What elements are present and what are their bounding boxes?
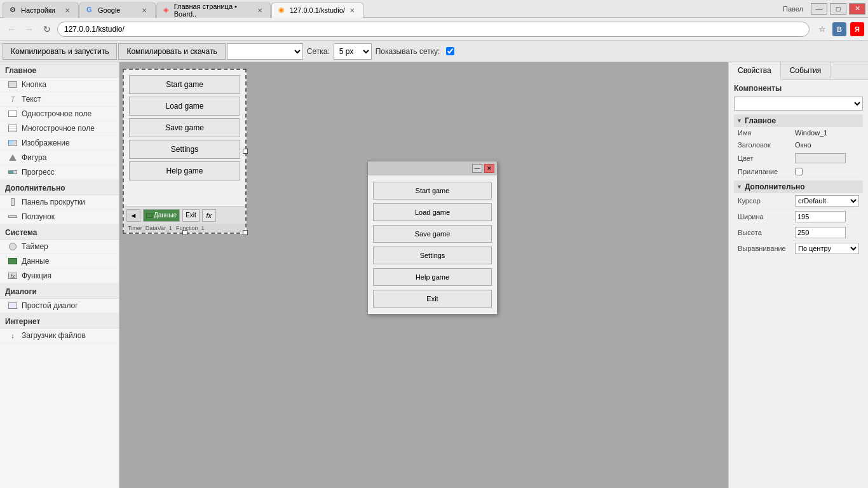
preview-start-game-button[interactable]: Start game bbox=[373, 182, 492, 200]
design-save-game-button[interactable]: Save game bbox=[129, 118, 240, 137]
tab-google-close[interactable]: ✕ bbox=[140, 6, 149, 15]
preview-save-game-button[interactable]: Save game bbox=[373, 225, 492, 243]
sidebar-item-scrollpanel[interactable]: Панель прокрутки bbox=[0, 195, 119, 210]
design-settings-button[interactable]: Settings bbox=[129, 140, 240, 159]
sidebar-item-simpledialg[interactable]: Простой диалог bbox=[0, 299, 119, 313]
sidebar-item-multiline[interactable]: Многострочное поле bbox=[0, 121, 119, 136]
design-data-button[interactable]: Данные bbox=[143, 209, 180, 222]
image-icon bbox=[8, 139, 18, 147]
sticky-checkbox[interactable] bbox=[795, 168, 803, 175]
component-select[interactable] bbox=[227, 43, 303, 60]
sidebar-item-button[interactable]: Кнопка bbox=[0, 78, 119, 92]
prop-title-value: Окно bbox=[795, 141, 859, 149]
align-select[interactable]: По центру Слева Справа bbox=[795, 243, 859, 254]
yandex-icon[interactable]: Я bbox=[850, 22, 864, 36]
forward-button[interactable]: → bbox=[22, 22, 37, 37]
grid-label: Сетка: bbox=[307, 47, 330, 56]
tab-settings[interactable]: ⚙ Настройки ✕ bbox=[3, 3, 79, 18]
grid-size-select[interactable]: 5 px 10 px 15 px 20 px bbox=[334, 43, 372, 60]
design-back-button[interactable]: ◄ bbox=[126, 209, 140, 222]
preview-load-game-button[interactable]: Load game bbox=[373, 203, 492, 221]
compile-run-button[interactable]: Компилировать и запустить bbox=[3, 43, 117, 60]
sidebar-item-scrollpanel-label: Панель прокрутки bbox=[22, 198, 85, 207]
prop-row-sticky: Прилипание bbox=[734, 166, 863, 178]
preview-settings-button[interactable]: Settings bbox=[373, 247, 492, 264]
tab-settings-label: Настройки bbox=[21, 6, 55, 14]
sidebar-item-timer[interactable]: Таймер bbox=[0, 240, 119, 254]
scroll-icon bbox=[8, 198, 18, 207]
resize-handle-br[interactable] bbox=[243, 230, 248, 235]
tab-board[interactable]: ◈ Главная страница • Board.. ✕ bbox=[156, 3, 271, 18]
close-button[interactable]: ✕ bbox=[849, 3, 865, 15]
prop-row-cursor: Курсор crDefault bbox=[734, 193, 863, 209]
design-window: Start game Load game Save game Settings … bbox=[123, 69, 247, 234]
sidebar-item-function[interactable]: fx Функция bbox=[0, 269, 119, 283]
tab-events[interactable]: События bbox=[781, 62, 831, 79]
tab-properties[interactable]: Свойства bbox=[729, 62, 781, 80]
sidebar-item-image[interactable]: Изображение bbox=[0, 136, 119, 151]
extra-group-header[interactable]: ▼ Дополнительно bbox=[734, 180, 863, 193]
preview-minimize-button[interactable]: — bbox=[472, 164, 482, 173]
settings-tab-icon: ⚙ bbox=[10, 6, 18, 15]
sidebar-section-internet: Интернет bbox=[0, 313, 119, 329]
extra-group-triangle: ▼ bbox=[736, 184, 742, 190]
singleline-icon bbox=[8, 109, 18, 118]
design-load-game-button[interactable]: Load game bbox=[129, 97, 240, 116]
preview-exit-button[interactable]: Exit bbox=[373, 290, 492, 308]
reload-button[interactable]: ↻ bbox=[39, 22, 55, 37]
tab-board-close[interactable]: ✕ bbox=[255, 6, 264, 15]
canvas-area: Start game Load game Save game Settings … bbox=[119, 62, 728, 488]
sidebar-item-shape[interactable]: Фигура bbox=[0, 151, 119, 165]
sidebar-item-singleline[interactable]: Однострочное поле bbox=[0, 107, 119, 121]
compile-download-button[interactable]: Компилировать и скачать bbox=[118, 43, 225, 60]
right-panel-section: Компоненты ▼ Главное Имя Window_1 Заголо… bbox=[729, 80, 868, 263]
extra-group: ▼ Дополнительно Курсор crDefault Ширина … bbox=[734, 180, 863, 257]
show-grid-label: Показывать сетку: bbox=[376, 47, 440, 56]
prop-row-name: Имя Window_1 bbox=[734, 127, 863, 139]
sidebar-item-multiline-label: Многострочное поле bbox=[22, 124, 95, 133]
prop-align-label: Выравнивание bbox=[738, 245, 795, 252]
sidebar-item-timer-label: Таймер bbox=[22, 242, 48, 251]
color-swatch[interactable] bbox=[795, 153, 846, 163]
resize-handle-rm[interactable] bbox=[243, 149, 248, 154]
preview-help-game-button[interactable]: Help game bbox=[373, 268, 492, 286]
design-start-game-button[interactable]: Start game bbox=[129, 75, 240, 94]
prop-sticky-label: Прилипание bbox=[738, 168, 795, 175]
right-panel: Свойства События Компоненты ▼ Главное Им… bbox=[728, 62, 868, 488]
vk-icon[interactable]: В bbox=[832, 22, 846, 36]
show-grid-checkbox[interactable] bbox=[446, 47, 454, 55]
prop-title-label: Заголовок bbox=[738, 141, 795, 149]
sidebar-item-fileloader[interactable]: ↓ Загрузчик файлов bbox=[0, 329, 119, 343]
sidebar-item-data[interactable]: Данные bbox=[0, 254, 119, 269]
height-input[interactable] bbox=[795, 227, 846, 238]
tab-google[interactable]: G Google ✕ bbox=[79, 3, 156, 18]
extra-group-title: Дополнительно bbox=[745, 182, 805, 191]
main-group-header[interactable]: ▼ Главное bbox=[734, 114, 863, 127]
design-exit-button[interactable]: Exit bbox=[182, 209, 200, 222]
component-select-panel[interactable] bbox=[734, 97, 863, 111]
tab-settings-close[interactable]: ✕ bbox=[63, 6, 72, 15]
cursor-select[interactable]: crDefault bbox=[795, 195, 859, 207]
width-input[interactable] bbox=[795, 211, 846, 222]
sidebar-item-text[interactable]: T Текст bbox=[0, 92, 119, 107]
tab-kstudio-close[interactable]: ✕ bbox=[348, 6, 356, 15]
design-fx-button[interactable]: fx bbox=[202, 209, 216, 222]
sidebar-item-data-label: Данные bbox=[22, 257, 49, 266]
preview-close-button[interactable]: ✕ bbox=[484, 164, 494, 173]
sidebar-item-image-label: Изображение bbox=[22, 139, 70, 147]
star-icon[interactable]: ☆ bbox=[816, 23, 829, 36]
address-bar[interactable] bbox=[57, 22, 810, 37]
sidebar-item-progress[interactable]: Прогресс bbox=[0, 165, 119, 180]
maximize-button[interactable]: □ bbox=[830, 3, 846, 15]
data-icon-small bbox=[146, 213, 153, 218]
titlebar-controls: Павел — □ ✕ bbox=[783, 3, 865, 15]
sidebar-section-main: Главное bbox=[0, 62, 119, 78]
resize-handle-bm[interactable] bbox=[182, 230, 187, 235]
minimize-button[interactable]: — bbox=[811, 3, 827, 15]
back-button[interactable]: ← bbox=[4, 22, 19, 37]
design-help-game-button[interactable]: Help game bbox=[129, 161, 240, 180]
sidebar-item-slider[interactable]: Ползунок bbox=[0, 210, 119, 224]
tab-kstudio[interactable]: ◉ 127.0.0.1/kstudio/ ✕ bbox=[271, 3, 363, 18]
sidebar-item-button-label: Кнопка bbox=[22, 80, 46, 89]
text-icon: T bbox=[8, 95, 18, 104]
